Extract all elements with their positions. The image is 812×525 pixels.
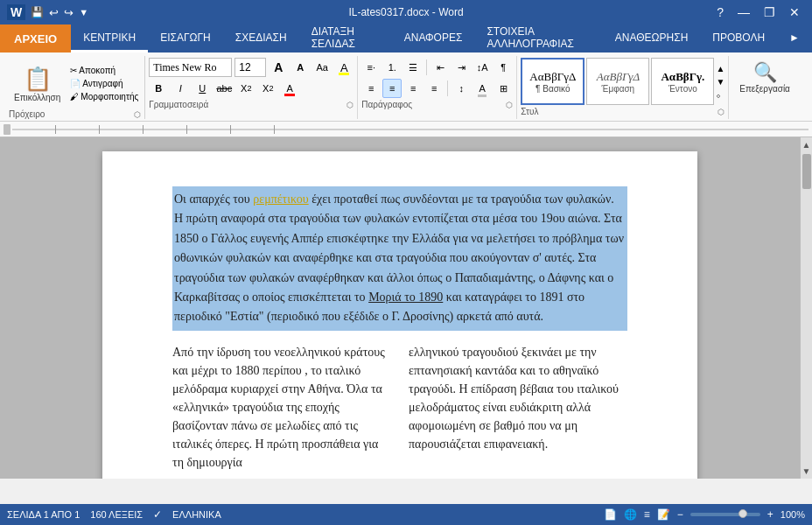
spell-check-icon[interactable]: ✓ bbox=[153, 508, 162, 521]
font-name-input[interactable] bbox=[149, 58, 232, 77]
style-emphasis-card[interactable]: AαΒβΓγΔ Έμφαση bbox=[586, 58, 649, 105]
scroll-up-arrow[interactable]: ▲ bbox=[802, 137, 811, 152]
styles-scroll-arrows[interactable]: ▲ ▼ ⬦ bbox=[716, 64, 724, 100]
align-left-button[interactable]: ≡ bbox=[361, 79, 381, 98]
restore-button[interactable]: ❐ bbox=[759, 5, 780, 19]
menu-item-insert[interactable]: ΕΙΣΑΓΩΓΗ bbox=[148, 24, 223, 52]
customize-icon[interactable]: ▼ bbox=[79, 7, 88, 18]
menu-item-references[interactable]: ΑΝΑΦΟΡΕΣ bbox=[392, 24, 475, 52]
editing-label: Επεξεργασία bbox=[739, 84, 790, 94]
zoom-slider[interactable] bbox=[690, 513, 760, 516]
borders-button[interactable]: ⊞ bbox=[494, 79, 513, 98]
zoom-level[interactable]: 100% bbox=[780, 509, 805, 520]
window-title: IL-ates0317.docx - Word bbox=[348, 6, 463, 18]
view-web-icon[interactable]: 🌐 bbox=[624, 508, 637, 521]
para1-text-before-link: Οι απαρχές του bbox=[174, 192, 253, 206]
menu-item-layout[interactable]: ΔΙΑΤΑΞΗ ΣΕΛΙΔΑΣ bbox=[299, 24, 392, 52]
subscript-button[interactable]: X2 bbox=[236, 79, 256, 98]
show-formatting-button[interactable]: ¶ bbox=[494, 58, 513, 77]
menu-item-mailings[interactable]: ΣΤΟΙΧΕΙΑ ΑΛΛΗΛΟΓΡΑΦΙΑΣ bbox=[474, 24, 602, 52]
paragraph-expand-icon[interactable]: ⬡ bbox=[506, 101, 513, 109]
numbering-button[interactable]: 1. bbox=[382, 58, 402, 77]
superscript-button[interactable]: X2 bbox=[258, 79, 277, 98]
style-strong-card[interactable]: AαΒβΓγ. Έντονο bbox=[651, 58, 714, 105]
help-button[interactable]: ? bbox=[711, 5, 729, 19]
shrink-font-button[interactable]: A bbox=[290, 58, 310, 77]
word-count: 160 ΛΕΞΕΙΣ bbox=[90, 509, 143, 520]
copy-button[interactable]: 📄 Αντιγραφή bbox=[67, 78, 141, 89]
style-normal-card[interactable]: AαΒβΓγΔ ¶ Βασικό bbox=[521, 58, 584, 105]
minimize-button[interactable]: — bbox=[732, 5, 755, 19]
page-info: ΣΕΛΙΔΑ 1 ΑΠΟ 1 bbox=[7, 509, 80, 520]
decrease-indent-button[interactable]: ⇤ bbox=[430, 58, 450, 77]
scroll-down-arrow[interactable]: ▼ bbox=[802, 464, 811, 479]
font-group-label: Γραμματοσειρά bbox=[149, 100, 208, 109]
menu-item-view[interactable]: ΠΡΟΒΟΛΗ bbox=[700, 24, 777, 52]
sort-button[interactable]: ↕A bbox=[472, 58, 492, 77]
menu-item-more[interactable]: ► bbox=[777, 24, 812, 52]
ruler-handle[interactable] bbox=[4, 124, 10, 135]
line-spacing-button[interactable]: ↕ bbox=[452, 79, 471, 98]
view-draft-icon[interactable]: 📝 bbox=[657, 508, 670, 521]
title-bar-left: W 💾 ↩ ↪ ▼ bbox=[7, 4, 88, 20]
menu-item-design[interactable]: ΣΧΕΔΙΑΣΗ bbox=[223, 24, 299, 52]
quick-access-save-icon[interactable]: 💾 bbox=[31, 6, 44, 18]
align-center-button[interactable]: ≡ bbox=[382, 79, 402, 98]
cut-icon: ✂ bbox=[70, 66, 77, 75]
view-print-icon[interactable]: 📄 bbox=[604, 508, 617, 521]
zoom-out-button[interactable]: − bbox=[677, 508, 683, 521]
paste-button[interactable]: 📋 Επικόλληση bbox=[9, 58, 66, 109]
cut-button[interactable]: ✂ Αποκοπή bbox=[67, 65, 141, 76]
menu-item-review[interactable]: ΑΝΑΘΕΩΡΗΣΗ bbox=[603, 24, 700, 52]
two-column-section: Από την ίδρυση του νεοελληνικού κράτους … bbox=[172, 343, 627, 472]
page-container: Οι απαρχές του ρεμπέτικου έχει προταθεί … bbox=[0, 137, 800, 479]
clipboard-group-label: Πρόχειρο bbox=[9, 109, 45, 119]
zoom-in-button[interactable]: + bbox=[767, 508, 774, 521]
align-right-button[interactable]: ≡ bbox=[403, 79, 423, 98]
styles-group-label: Στυλ bbox=[521, 107, 538, 116]
style-normal-preview: AαΒβΓγΔ bbox=[529, 70, 576, 84]
increase-indent-button[interactable]: ⇥ bbox=[452, 58, 471, 77]
word-page[interactable]: Οι απαρχές του ρεμπέτικου έχει προταθεί … bbox=[102, 151, 697, 479]
italic-button[interactable]: I bbox=[171, 79, 190, 98]
clear-format-button[interactable]: A bbox=[280, 79, 299, 98]
shading-button[interactable]: A bbox=[472, 79, 492, 98]
menu-item-home[interactable]: ΚΕΝΤΡΙΚΗ bbox=[71, 24, 148, 52]
paste-icon: 📋 bbox=[24, 66, 52, 93]
font-size-input[interactable] bbox=[234, 58, 266, 77]
document-area: Οι απαρχές του ρεμπέτικου έχει προταθεί … bbox=[0, 137, 812, 479]
multilevel-list-button[interactable]: ☰ bbox=[403, 58, 423, 77]
highlight-button[interactable]: A bbox=[334, 58, 354, 77]
undo-icon[interactable]: ↩ bbox=[49, 6, 59, 19]
paragraph-group-label: Παράγραφος bbox=[361, 100, 412, 109]
redo-icon[interactable]: ↪ bbox=[64, 6, 74, 19]
link-rembetiko[interactable]: ρεμπέτικου bbox=[253, 192, 308, 206]
status-bar: ΣΕΛΙΔΑ 1 ΑΠΟ 1 160 ΛΕΞΕΙΣ ✓ ΕΛΛΗΝΙΚΑ 📄 🌐… bbox=[0, 504, 812, 525]
font-group: A A Aa A B I U abc X2 X2 A Γραμματοσειρά… bbox=[145, 56, 358, 119]
clipboard-expand-icon[interactable]: ⬡ bbox=[134, 110, 141, 119]
paste-label: Επικόλληση bbox=[14, 93, 60, 102]
title-bar-controls: ? — ❐ ✕ bbox=[711, 5, 805, 19]
change-case-button[interactable]: Aa bbox=[312, 58, 332, 77]
underline-button[interactable]: U bbox=[192, 79, 212, 98]
word-logo-icon: W bbox=[7, 4, 25, 20]
strikethrough-button[interactable]: abc bbox=[214, 79, 234, 98]
format-painter-button[interactable]: 🖌 Μορφοποιητής bbox=[67, 91, 141, 102]
language-indicator[interactable]: ΕΛΛΗΝΙΚΑ bbox=[172, 509, 221, 520]
scroll-thumb[interactable] bbox=[802, 154, 811, 189]
grow-font-button[interactable]: A bbox=[269, 58, 288, 77]
bold-button[interactable]: B bbox=[149, 79, 168, 98]
vertical-scrollbar[interactable]: ▲ ▼ bbox=[800, 137, 812, 479]
style-strong-label: Έντονο bbox=[668, 84, 697, 94]
column-left: Από την ίδρυση του νεοελληνικού κράτους … bbox=[172, 343, 391, 472]
menu-file[interactable]: ΑΡΧΕΙΟ bbox=[0, 24, 71, 52]
close-button[interactable]: ✕ bbox=[784, 5, 805, 19]
styles-group: AαΒβΓγΔ ¶ Βασικό AαΒβΓγΔ Έμφαση AαΒβΓγ. … bbox=[517, 56, 729, 119]
justify-button[interactable]: ≡ bbox=[424, 79, 444, 98]
view-outline-icon[interactable]: ≡ bbox=[644, 508, 650, 521]
bullets-button[interactable]: ≡· bbox=[361, 58, 381, 77]
style-strong-preview: AαΒβΓγ. bbox=[661, 70, 704, 84]
editing-button[interactable]: 🔍 Επεξεργασία bbox=[732, 58, 797, 97]
font-expand-icon[interactable]: ⬡ bbox=[346, 101, 354, 109]
styles-expand-icon[interactable]: ⬡ bbox=[718, 108, 724, 116]
